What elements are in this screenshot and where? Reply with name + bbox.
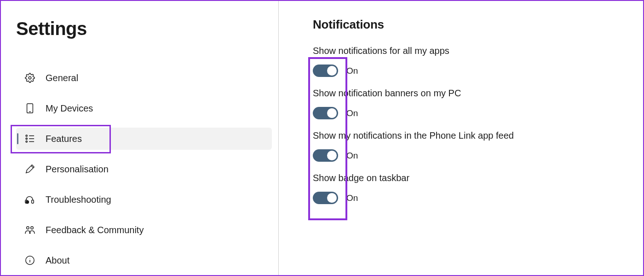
sidebar-item-personalisation[interactable]: Personalisation [16, 158, 272, 180]
page-title: Settings [16, 18, 272, 39]
toggle-status: On [346, 108, 358, 118]
nav-list: General My Devices [16, 67, 272, 271]
sidebar-item-about[interactable]: About [16, 249, 272, 271]
device-icon [24, 103, 35, 114]
toggle-row: On [313, 192, 625, 204]
toggle-status: On [346, 193, 358, 203]
pen-icon [24, 164, 35, 175]
troubleshoot-icon: ? [24, 194, 35, 205]
sidebar-item-label: Troubleshooting [46, 194, 111, 205]
sidebar-item-features[interactable]: Features [16, 128, 272, 150]
gear-icon [24, 72, 35, 83]
community-icon [24, 224, 35, 235]
svg-point-5 [26, 141, 27, 142]
section-heading: Notifications [313, 18, 625, 32]
setting-show-banners-pc: Show notification banners on my PC On [313, 88, 625, 119]
info-icon [24, 255, 35, 266]
toggle-switch[interactable] [313, 65, 338, 77]
toggle-switch[interactable] [313, 149, 338, 162]
toggle-row: On [313, 65, 625, 77]
setting-label: Show my notifications in the Phone Link … [313, 130, 625, 141]
sidebar-item-my-devices[interactable]: My Devices [16, 97, 272, 119]
sidebar-item-label: Features [46, 134, 82, 144]
sidebar-item-label: General [46, 73, 78, 83]
toggle-switch[interactable] [313, 107, 338, 119]
toggle-row: On [313, 149, 625, 162]
sidebar-item-label: Personalisation [46, 164, 109, 175]
setting-label: Show badge on taskbar [313, 173, 625, 183]
svg-point-4 [26, 138, 27, 139]
toggle-status: On [346, 151, 358, 161]
sidebar-item-general[interactable]: General [16, 67, 272, 89]
svg-point-3 [26, 135, 27, 136]
toggle-status: On [346, 66, 358, 76]
svg-point-14 [27, 227, 29, 229]
svg-rect-11 [32, 200, 34, 203]
sidebar-item-label: About [46, 255, 69, 266]
sidebar-item-label: My Devices [46, 103, 93, 114]
setting-show-notifications-all-apps: Show notifications for all my apps On [313, 46, 625, 77]
sidebar-item-label: Feedback & Community [46, 225, 144, 235]
sidebar-item-troubleshooting[interactable]: ? Troubleshooting [16, 188, 272, 211]
setting-label: Show notification banners on my PC [313, 88, 625, 99]
features-icon [24, 133, 35, 144]
setting-show-badge-taskbar: Show badge on taskbar On [313, 173, 625, 204]
toggle-switch[interactable] [313, 192, 338, 204]
setting-label: Show notifications for all my apps [313, 46, 625, 56]
svg-point-15 [31, 227, 33, 229]
sidebar-panel: Settings General My Devices [1, 1, 279, 275]
toggle-row: On [313, 107, 625, 119]
sidebar-item-feedback-community[interactable]: Feedback & Community [16, 219, 272, 241]
setting-show-phone-link-feed: Show my notifications in the Phone Link … [313, 130, 625, 162]
svg-point-0 [29, 76, 31, 79]
content-panel: Notifications Show notifications for all… [279, 1, 643, 275]
